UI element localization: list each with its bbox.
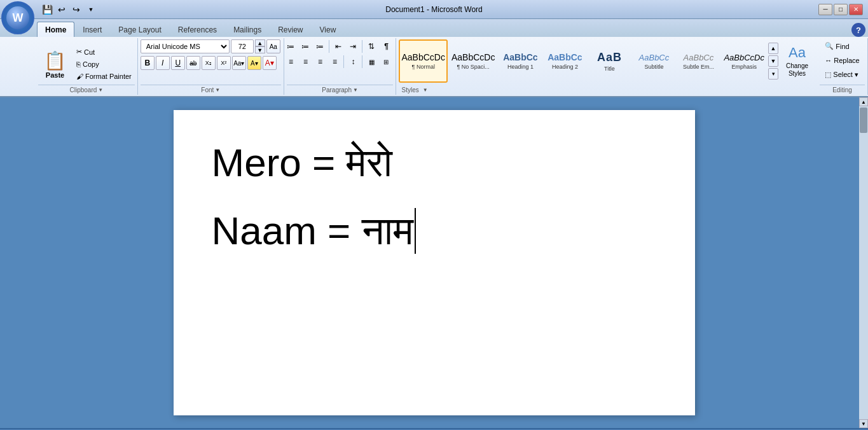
text-highlight-button[interactable]: A▾ (247, 56, 261, 70)
increase-indent-button[interactable]: ⇥ (346, 39, 360, 53)
underline-button[interactable]: U (171, 56, 185, 70)
borders-button[interactable]: ⊞ (379, 55, 393, 69)
style-normal[interactable]: AaBbCcDc ¶ Normal (399, 39, 447, 83)
paragraph-group-label: Paragraph ▼ (287, 85, 394, 94)
tab-home[interactable]: Home (37, 22, 74, 37)
align-center-button[interactable]: ≡ (298, 55, 312, 69)
style-heading2-label: Heading 2 (552, 64, 578, 70)
clipboard-expand-icon[interactable]: ▼ (98, 87, 103, 93)
font-family-select[interactable]: Arial Unicode MS (141, 39, 230, 53)
align-right-button[interactable]: ≡ (313, 55, 327, 69)
style-normal-preview: AaBbCcDc (401, 52, 444, 62)
style-title-label: Title (604, 66, 615, 72)
title-bar: W 💾 ↩ ↪ ▼ Document1 - Microsoft Word ─ □… (0, 0, 868, 19)
document-area[interactable]: Mero = मेरो Naam = नाम (0, 97, 868, 428)
align-left-button[interactable]: ≡ (284, 55, 298, 69)
document-line-1: Mero = मेरो (212, 135, 657, 191)
style-subtitle[interactable]: AaBbCc Subtitle (632, 39, 675, 83)
scroll-down-button[interactable]: ▼ (859, 419, 868, 428)
document-wrapper: Mero = मेरो Naam = नाम ▲ ▼ (0, 97, 868, 428)
sort-button[interactable]: ⇅ (364, 39, 378, 53)
multilevel-list-button[interactable]: ≔ (313, 39, 327, 53)
copy-label: Copy (83, 60, 99, 68)
style-title-preview: AaB (597, 51, 622, 64)
find-label: Find (836, 43, 849, 50)
font-color-button[interactable]: A▾ (263, 56, 277, 70)
shading-button[interactable]: ▦ (364, 55, 378, 69)
tab-insert[interactable]: Insert (74, 22, 110, 37)
numbering-button[interactable]: ≔ (298, 39, 312, 53)
minimize-button[interactable]: ─ (818, 4, 832, 15)
save-button[interactable]: 💾 (41, 3, 53, 16)
redo-button[interactable]: ↪ (70, 3, 83, 16)
scroll-up-button[interactable]: ▲ (859, 97, 868, 106)
title-bar-left: W 💾 ↩ ↪ ▼ (5, 3, 97, 16)
styles-scroll-down-button[interactable]: ▼ (768, 55, 778, 67)
tab-references[interactable]: References (170, 22, 225, 37)
office-button[interactable]: W (1, 1, 34, 34)
document-text-line-2: Naam = नाम (212, 204, 413, 259)
tab-page-layout[interactable]: Page Layout (110, 22, 169, 37)
paragraph-group: ≔ ≔ ≔ ⇤ ⇥ ⇅ ¶ ≡ ≡ ≡ ≡ (284, 38, 397, 95)
bold-button[interactable]: B (141, 56, 155, 70)
editing-group-label: Editing (820, 85, 865, 94)
scroll-thumb[interactable] (860, 108, 867, 133)
styles-expand-icon[interactable]: ▼ (423, 87, 428, 93)
text-case-button[interactable]: Aa▾ (232, 56, 246, 70)
justify-button[interactable]: ≡ (327, 55, 341, 69)
style-heading1[interactable]: AaBbCc Heading 1 (499, 39, 542, 83)
change-styles-button[interactable]: Aa Change Styles (780, 41, 815, 81)
font-size-input[interactable] (231, 39, 254, 53)
font-label-text: Font (201, 87, 214, 94)
document-page[interactable]: Mero = मेरो Naam = नाम (174, 110, 695, 415)
style-emphasis-preview: AaBbCcDc (724, 53, 764, 62)
style-heading1-label: Heading 1 (507, 64, 534, 70)
font-group-label: Font ▼ (141, 85, 281, 94)
help-button[interactable]: ? (851, 23, 865, 37)
show-hide-button[interactable]: ¶ (379, 39, 393, 53)
close-button[interactable]: ✕ (849, 4, 863, 15)
italic-button[interactable]: I (156, 56, 170, 70)
style-heading2[interactable]: AaBbCc Heading 2 (543, 39, 586, 83)
find-icon: 🔍 (825, 42, 834, 50)
cut-button[interactable]: ✂ Cut (73, 46, 135, 58)
replace-button[interactable]: ↔ Replace (820, 54, 864, 67)
superscript-button[interactable]: X² (217, 56, 231, 70)
window-title: Document1 - Microsoft Word (0, 5, 868, 14)
format-painter-button[interactable]: 🖌 Format Painter (73, 71, 135, 82)
copy-button[interactable]: ⎘ Copy (73, 59, 135, 70)
subscript-button[interactable]: X₂ (202, 56, 216, 70)
decrease-indent-button[interactable]: ⇤ (331, 39, 345, 53)
font-size-increase-button[interactable]: ▲ (255, 39, 265, 46)
strikethrough-button[interactable]: ab (186, 56, 200, 70)
tab-mailings[interactable]: Mailings (225, 22, 270, 37)
style-title[interactable]: AaB Title (588, 39, 631, 83)
tab-view[interactable]: View (312, 22, 345, 37)
font-size-decrease-button[interactable]: ▼ (255, 46, 265, 53)
find-button[interactable]: 🔍 Find (820, 39, 853, 53)
quick-access-more-button[interactable]: ▼ (85, 3, 97, 16)
format-painter-icon: 🖌 (76, 73, 83, 80)
undo-button[interactable]: ↩ (55, 3, 68, 16)
style-subtle-emphasis[interactable]: AaBbCc Subtle Em... (677, 39, 720, 83)
select-icon: ⬚ (825, 71, 831, 79)
maximize-button[interactable]: □ (834, 4, 848, 15)
style-no-spacing[interactable]: AaBbCcDc ¶ No Spaci... (449, 39, 497, 83)
style-normal-label: ¶ Normal (412, 64, 435, 70)
clipboard-label-text: Clipboard (70, 87, 97, 94)
style-emphasis[interactable]: AaBbCcDc Emphasis (721, 39, 767, 83)
paragraph-expand-icon[interactable]: ▼ (353, 87, 358, 93)
paste-button[interactable]: 📋 Paste (38, 47, 72, 82)
select-button[interactable]: ⬚ Select ▾ (820, 68, 863, 81)
clear-formatting-button[interactable]: Aa (266, 39, 280, 53)
font-expand-icon[interactable]: ▼ (215, 87, 220, 93)
line-spacing-button[interactable]: ↕ (346, 55, 360, 69)
styles-group: AaBbCcDc ¶ Normal AaBbCcDc ¶ No Spaci...… (396, 38, 817, 95)
tab-review[interactable]: Review (270, 22, 311, 37)
paragraph-group-content: ≔ ≔ ≔ ⇤ ⇥ ⇅ ¶ ≡ ≡ ≡ ≡ (287, 39, 394, 83)
styles-more-button[interactable]: ▾ (768, 68, 778, 80)
select-label: Select ▾ (833, 71, 858, 79)
bullets-button[interactable]: ≔ (284, 39, 298, 53)
styles-scroll-up-button[interactable]: ▲ (768, 43, 778, 54)
editing-group: 🔍 Find ↔ Replace ⬚ Select ▾ Editing (817, 38, 868, 95)
